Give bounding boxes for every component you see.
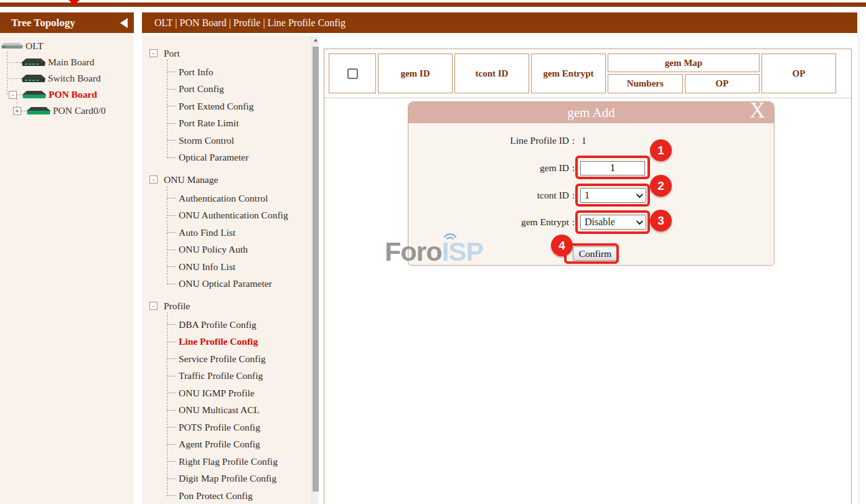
menu-item-right-flag-profile-config[interactable]: Right Flag Profile Config <box>167 453 311 470</box>
menu-item-optical-parameter[interactable]: Optical Parameter <box>167 149 311 167</box>
menu-item-label: Optical Parameter <box>179 152 248 163</box>
dialog-title-bar: gem Add X <box>408 102 774 123</box>
menu-item-label: Service Profile Config <box>179 353 265 365</box>
olt-device-icon <box>1 43 24 50</box>
close-icon[interactable]: X <box>750 98 765 123</box>
menu-item-pon-protect-config[interactable]: Pon Protect Config <box>167 487 311 504</box>
field-row-tcont-id: tcont ID : 1 <box>408 186 774 205</box>
tree-node-label: OLT <box>26 40 44 52</box>
menu-item-auto-find-list[interactable]: Auto Find List <box>167 224 311 241</box>
menu-group-port: -PortPort InfoPort ConfigPort Extend Con… <box>142 43 311 166</box>
menu-item-storm-control[interactable]: Storm Control <box>167 132 311 149</box>
tree-connector <box>7 52 7 95</box>
tree-stub <box>17 95 22 95</box>
board-device-icon <box>26 107 51 115</box>
menu-item-digit-map-profile-config[interactable]: Digit Map Profile Config <box>167 470 311 488</box>
tree-node-pon-board[interactable]: -PON Board <box>9 86 134 103</box>
menu-item-port-config[interactable]: Port Config <box>167 81 311 98</box>
confirm-button[interactable]: Confirm <box>573 246 618 261</box>
menu-item-label: Traffic Profile Config <box>179 370 263 381</box>
menu-item-onu-authentication-config[interactable]: ONU Authentication Config <box>167 207 311 225</box>
menu-item-port-info[interactable]: Port Info <box>167 63 311 81</box>
scrollbar-up-arrow[interactable] <box>312 35 319 45</box>
field-label: tcont ID <box>408 190 569 201</box>
menu-item-agent-profile-config[interactable]: Agent Profile Config <box>167 436 311 454</box>
menu-item-line-profile-config[interactable]: Line Profile Config <box>167 334 311 351</box>
menu-item-label: ONU IGMP Profile <box>179 388 255 399</box>
expander-minus-icon[interactable]: - <box>149 49 158 57</box>
red-down-arrow-icon <box>68 0 80 5</box>
tree-stub <box>9 62 21 63</box>
menu-group-label: Profile <box>164 301 190 312</box>
col-gem-map-op: OP <box>685 74 760 93</box>
chevron-down-icon <box>636 191 643 198</box>
menu-item-label: ONU Multicast ACL <box>179 404 260 416</box>
menu-item-label: Port Rate Limit <box>179 118 238 129</box>
tree-node-switch-board[interactable]: Switch Board <box>9 70 134 86</box>
menu-item-port-rate-limit[interactable]: Port Rate Limit <box>167 115 311 133</box>
menu-group-label: ONU Manage <box>164 174 218 185</box>
menu-item-dba-profile-config[interactable]: DBA Profile Config <box>167 316 311 334</box>
scrollbar-thumb[interactable] <box>313 47 319 492</box>
tree-node-olt[interactable]: OLT <box>1 38 134 54</box>
menu-item-label: ONU Info List <box>179 261 235 273</box>
menu-item-label: DBA Profile Config <box>179 319 257 330</box>
tree-panel-header: Tree Topology <box>0 12 134 33</box>
collapse-left-triangle-icon[interactable] <box>120 18 128 28</box>
menu-item-label: Port Extend Config <box>179 101 254 112</box>
menu-item-label: ONU Authentication Config <box>179 210 288 221</box>
breadcrumb: OLT | PON Board | Profile | Line Profile… <box>154 17 346 29</box>
gem-entrypt-select[interactable]: Disable <box>580 215 646 230</box>
tree-panel: OLTMain BoardSwitch Board-PON Board+PON … <box>0 33 134 504</box>
dialog-title: gem Add <box>567 105 614 121</box>
tree-node-label: Switch Board <box>48 73 101 84</box>
table-header-row: gem ID tcont ID gem Entrypt gem Map Numb… <box>329 54 836 93</box>
menu-item-onu-info-list[interactable]: ONU Info List <box>167 258 311 276</box>
tree-stub <box>9 78 21 79</box>
menu-item-authentication-control[interactable]: Authentication Control <box>167 190 311 207</box>
field-label: gem ID <box>408 162 569 174</box>
line-profile-id-value: 1 <box>581 135 586 146</box>
breadcrumb-bar: OLT | PON Board | Profile | Line Profile… <box>142 12 857 33</box>
tree-panel-title: Tree Topology <box>11 17 75 29</box>
tree-node-pon-card0-0[interactable]: +PON Card0/0 <box>13 103 134 119</box>
checkbox-header-cell <box>329 54 376 93</box>
menu-item-label: Right Flag Profile Config <box>179 456 278 467</box>
menu-item-label: Line Profile Config <box>179 336 258 347</box>
col-op: OP <box>761 54 836 93</box>
expander-minus-icon[interactable]: - <box>149 175 158 184</box>
menu-group-onu-manage: -ONU ManageAuthentication ControlONU Aut… <box>142 169 311 292</box>
menu-item-onu-policy-auth[interactable]: ONU Policy Auth <box>167 241 311 259</box>
gem-id-input[interactable] <box>580 161 645 175</box>
expander-minus-icon[interactable]: - <box>149 302 158 310</box>
board-device-icon <box>21 75 46 83</box>
field-label: gem Entrypt <box>408 217 569 228</box>
config-menu: -PortPort InfoPort ConfigPort Extend Con… <box>142 35 311 504</box>
col-gem-map-group: gem Map Numbers OP <box>608 54 760 93</box>
field-row-gem-entrypt: gem Entrypt : Disable <box>408 213 774 231</box>
menu-item-onu-igmp-profile[interactable]: ONU IGMP Profile <box>167 385 311 402</box>
menu-item-onu-multicast-acl[interactable]: ONU Multicast ACL <box>167 402 311 419</box>
tcont-id-select[interactable]: 1 <box>580 188 646 203</box>
annotation-badge-4: 4 <box>551 235 573 256</box>
tree-node-main-board[interactable]: Main Board <box>9 54 134 70</box>
menu-item-onu-optical-parameter[interactable]: ONU Optical Parameter <box>167 276 311 293</box>
page-right-edge <box>859 35 859 504</box>
menu-group-profile: -ProfileDBA Profile ConfigLine Profile C… <box>142 296 311 504</box>
header-separator <box>324 97 851 98</box>
menu-item-service-profile-config[interactable]: Service Profile Config <box>167 350 311 368</box>
col-gem-id: gem ID <box>378 54 453 93</box>
expander-minus-icon[interactable]: - <box>9 91 17 99</box>
menu-item-port-extend-config[interactable]: Port Extend Config <box>167 98 311 115</box>
field-label: Line Profile ID <box>408 135 569 146</box>
menu-item-traffic-profile-config[interactable]: Traffic Profile Config <box>167 368 311 385</box>
menu-item-label: Pon Protect Config <box>179 490 253 502</box>
menu-item-pots-profile-config[interactable]: POTS Profile Config <box>167 419 311 436</box>
select-all-checkbox[interactable] <box>347 68 358 79</box>
tree-node-label: PON Card0/0 <box>53 105 106 116</box>
col-tcont-id: tcont ID <box>454 54 529 93</box>
col-gem-entrypt: gem Entrypt <box>531 54 606 93</box>
expander-plus-icon[interactable]: + <box>13 107 21 115</box>
tree-node-label: Main Board <box>48 57 94 68</box>
gem-add-dialog: gem Add X Line Profile ID : 1 gem ID : t… <box>408 101 774 266</box>
